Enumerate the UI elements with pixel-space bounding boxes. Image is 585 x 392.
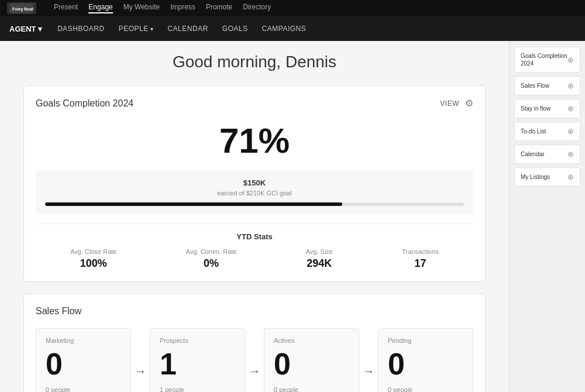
widget-stayinflow[interactable]: Stay in flow ⊕ bbox=[514, 99, 580, 118]
flow-number-prospects: 1 bbox=[160, 349, 235, 379]
gear-icon[interactable]: ⚙ bbox=[465, 98, 473, 109]
progress-bar-fill bbox=[45, 202, 342, 206]
widget-calendar[interactable]: Calendar ⊕ bbox=[514, 145, 580, 164]
progress-section: $150K earned of $210K GCI goal bbox=[36, 170, 473, 214]
top-nav-links: Present Engage My Website Impress Promot… bbox=[54, 3, 271, 13]
drag-icon-goals: ⊕ bbox=[567, 56, 574, 64]
nav-dashboard[interactable]: DASHBOARD bbox=[51, 22, 111, 35]
logo: Foley Realty bbox=[7, 2, 36, 14]
flow-label-marketing: Marketing bbox=[46, 337, 121, 344]
goals-header-right: VIEW ⚙ bbox=[440, 98, 473, 109]
stat-transactions: Transactions 17 bbox=[402, 248, 439, 270]
drag-icon-calendar: ⊕ bbox=[567, 150, 574, 159]
flow-label-actives: Actives bbox=[274, 337, 349, 344]
flow-wrapper: Marketing 0 0 people 0 transactions → Pr… bbox=[36, 328, 473, 392]
nav-campaigns[interactable]: CAMPAIGNS bbox=[256, 22, 312, 35]
widget-salesflow[interactable]: Sales Flow ⊕ bbox=[514, 76, 580, 95]
stat-label-comm: Avg. Comm. Rate bbox=[186, 248, 237, 255]
flow-stats-actives: 0 people 0 transactions bbox=[274, 385, 349, 392]
page-content: Good morning, Dennis Goals Completion 20… bbox=[0, 41, 585, 392]
stat-value-size: 294K bbox=[306, 257, 333, 270]
top-nav-engage[interactable]: Engage bbox=[88, 3, 112, 13]
stat-close-rate: Avg. Close Rate 100% bbox=[70, 248, 116, 270]
flow-number-pending: 0 bbox=[388, 349, 463, 379]
flow-stats-prospects: 1 people 1 transactions bbox=[160, 385, 235, 392]
progress-bar-bg bbox=[45, 202, 464, 206]
flow-label-pending: Pending bbox=[388, 337, 463, 344]
view-link[interactable]: VIEW bbox=[440, 99, 459, 108]
stat-value-close: 100% bbox=[70, 257, 116, 270]
nav-calendar[interactable]: CALENDAR bbox=[161, 22, 214, 35]
widget-mylistings[interactable]: My Listings ⊕ bbox=[514, 167, 580, 187]
widget-todolist-label: To-do List bbox=[521, 128, 546, 135]
progress-earned: $150K bbox=[45, 178, 464, 187]
top-nav-impress[interactable]: Impress bbox=[170, 3, 195, 13]
flow-stats-pending: 0 people 0 transactions bbox=[388, 385, 463, 392]
widget-salesflow-label: Sales Flow bbox=[521, 82, 549, 89]
stat-label-close: Avg. Close Rate bbox=[70, 248, 116, 255]
widget-goals-label: Goals Completion 2024 bbox=[521, 52, 567, 67]
flow-prospects: Prospects 1 1 people 1 transactions bbox=[150, 328, 245, 392]
flow-pending: Pending 0 0 people 0 transactions bbox=[378, 328, 473, 392]
sales-flow-card: Sales Flow Marketing 0 0 people 0 transa… bbox=[23, 294, 486, 392]
sec-nav: AGENT ▾ DASHBOARD PEOPLE CALENDAR GOALS … bbox=[0, 16, 585, 41]
widget-mylistings-label: My Listings bbox=[521, 174, 550, 180]
arrow-3: → bbox=[359, 328, 378, 392]
flow-actives: Actives 0 0 people 0 transactions bbox=[264, 328, 359, 392]
top-nav-present[interactable]: Present bbox=[54, 3, 78, 13]
goals-card-header: Goals Completion 2024 VIEW ⚙ bbox=[36, 98, 473, 109]
ytd-title: YTD Stats bbox=[36, 232, 473, 241]
goals-percent: 71% bbox=[36, 121, 473, 161]
top-nav: Foley Realty Present Engage My Website I… bbox=[0, 0, 585, 16]
agent-brand[interactable]: AGENT ▾ bbox=[9, 25, 42, 33]
widget-todolist[interactable]: To-do List ⊕ bbox=[514, 122, 580, 141]
drag-icon-mylistings: ⊕ bbox=[567, 173, 574, 181]
top-nav-promote[interactable]: Promote bbox=[206, 3, 232, 13]
nav-people[interactable]: PEOPLE bbox=[113, 22, 160, 35]
goals-card-title: Goals Completion 2024 bbox=[36, 98, 133, 109]
flow-label-prospects: Prospects bbox=[160, 337, 235, 344]
goals-card: Goals Completion 2024 VIEW ⚙ 71% $150K e… bbox=[23, 85, 486, 282]
flow-number-actives: 0 bbox=[274, 349, 349, 379]
arrow-1: → bbox=[131, 328, 150, 392]
flow-marketing: Marketing 0 0 people 0 transactions bbox=[36, 328, 131, 392]
sec-nav-links: DASHBOARD PEOPLE CALENDAR GOALS CAMPAIGN… bbox=[51, 22, 312, 35]
stat-avg-size: Avg. Size 294K bbox=[306, 248, 333, 270]
top-nav-mywebsite[interactable]: My Website bbox=[123, 3, 160, 13]
ytd-section: YTD Stats Avg. Close Rate 100% Avg. Comm… bbox=[36, 223, 473, 270]
drag-icon-stayinflow: ⊕ bbox=[567, 104, 574, 113]
drag-icon-salesflow: ⊕ bbox=[567, 81, 574, 90]
stat-value-trans: 17 bbox=[402, 257, 439, 270]
progress-sublabel: earned of $210K GCI goal bbox=[45, 190, 464, 197]
sales-flow-title: Sales Flow bbox=[36, 306, 81, 317]
logo-image: Foley Realty bbox=[7, 2, 36, 14]
stat-comm-rate: Avg. Comm. Rate 0% bbox=[186, 248, 237, 270]
drag-icon-todolist: ⊕ bbox=[567, 127, 574, 136]
top-nav-directory[interactable]: Directory bbox=[243, 3, 271, 13]
stat-label-size: Avg. Size bbox=[306, 248, 333, 255]
flow-number-marketing: 0 bbox=[46, 349, 121, 379]
widget-goals[interactable]: Goals Completion 2024 ⊕ bbox=[514, 47, 580, 73]
ytd-stats: Avg. Close Rate 100% Avg. Comm. Rate 0% … bbox=[36, 248, 473, 270]
sales-flow-header: Sales Flow bbox=[36, 306, 473, 317]
greeting: Good morning, Dennis bbox=[23, 53, 486, 71]
nav-goals[interactable]: GOALS bbox=[216, 22, 254, 35]
stat-label-trans: Transactions bbox=[402, 248, 439, 255]
widget-stayinflow-label: Stay in flow bbox=[521, 105, 550, 112]
svg-text:Foley Realty: Foley Realty bbox=[12, 7, 33, 12]
widget-panel: Goals Completion 2024 ⊕ Sales Flow ⊕ Sta… bbox=[509, 41, 585, 392]
stat-value-comm: 0% bbox=[186, 257, 237, 270]
arrow-2: → bbox=[245, 328, 264, 392]
widget-calendar-label: Calendar bbox=[521, 151, 545, 157]
flow-stats-marketing: 0 people 0 transactions bbox=[46, 385, 121, 392]
main-area: Good morning, Dennis Goals Completion 20… bbox=[0, 41, 509, 392]
